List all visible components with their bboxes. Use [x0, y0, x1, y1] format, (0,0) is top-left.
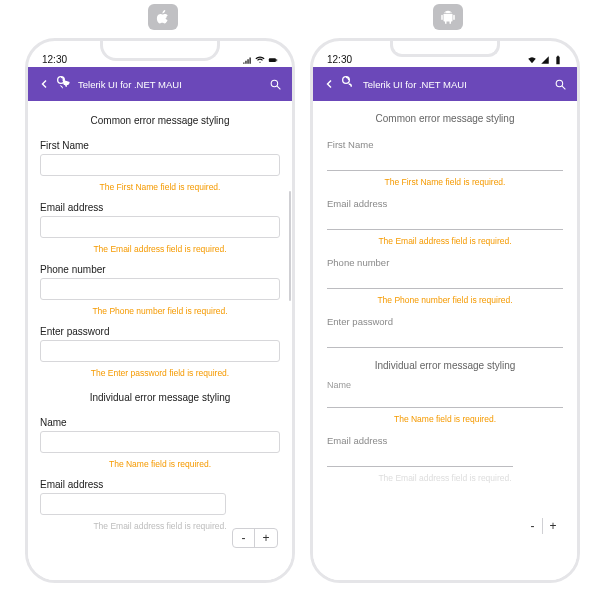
svg-point-6 — [556, 80, 563, 87]
error-email: The Email address field is required. — [40, 238, 280, 258]
android-icon — [439, 8, 457, 26]
apple-icon — [154, 8, 172, 26]
label-phone: Phone number — [40, 260, 280, 278]
error-first-name: The First Name field is required. — [327, 171, 563, 191]
input-first-name[interactable] — [40, 154, 280, 176]
back-button[interactable] — [36, 78, 52, 90]
field-password: Enter password The Enter password field … — [28, 320, 292, 382]
input-name[interactable] — [40, 431, 280, 453]
field-first-name: First Name The First Name field is requi… — [313, 132, 577, 191]
telerik-logo-icon — [341, 75, 359, 93]
input-email[interactable] — [327, 212, 563, 230]
error-phone: The Phone number field is required. — [327, 289, 563, 309]
svg-line-4 — [277, 86, 280, 89]
signal-icon — [540, 55, 550, 65]
input-email[interactable] — [40, 216, 280, 238]
input-phone[interactable] — [327, 271, 563, 289]
input-password[interactable] — [327, 330, 563, 348]
signal-icon — [242, 55, 252, 65]
ios-appbar: Telerik UI for .NET MAUI — [28, 67, 292, 101]
label-password: Enter password — [40, 322, 280, 340]
field-first-name: First Name The First Name field is requi… — [28, 134, 292, 196]
field-email: Email address The Email address field is… — [28, 196, 292, 258]
field-phone: Phone number The Phone number field is r… — [313, 250, 577, 309]
svg-rect-0 — [269, 58, 276, 62]
error-name: The Name field is required. — [327, 408, 563, 428]
search-icon — [554, 78, 567, 91]
android-phone-frame: 12:30 Telerik UI for .NET MAUI Common er… — [310, 38, 580, 583]
fade-overlay — [313, 554, 577, 580]
stepper-minus[interactable]: - — [523, 518, 543, 534]
label-password: Enter password — [327, 312, 563, 330]
input-first-name[interactable] — [327, 153, 563, 171]
error-email2: The Email address field is required. — [327, 467, 563, 487]
chevron-left-icon — [38, 78, 50, 90]
search-icon — [269, 78, 282, 91]
appbar-title: Telerik UI for .NET MAUI — [78, 79, 266, 90]
stepper-plus[interactable]: + — [543, 518, 563, 534]
svg-rect-1 — [276, 59, 277, 61]
input-name[interactable] — [327, 390, 563, 408]
error-email: The Email address field is required. — [327, 230, 563, 250]
ios-phone-frame: 12:30 Telerik UI for .NET MAUI Common er… — [25, 38, 295, 583]
field-name: Name The Name field is required. — [28, 411, 292, 473]
stepper: - + — [232, 528, 278, 548]
label-email2: Email address — [40, 475, 280, 493]
label-first-name: First Name — [327, 135, 563, 153]
android-appbar: Telerik UI for .NET MAUI — [313, 67, 577, 101]
label-name: Name — [327, 378, 563, 390]
android-status-icons — [527, 55, 563, 65]
ios-badge — [148, 4, 178, 30]
back-button[interactable] — [321, 78, 337, 90]
input-phone[interactable] — [40, 278, 280, 300]
field-email2: Email address The Email address field is… — [313, 428, 577, 487]
android-notch — [390, 39, 500, 57]
scrollbar[interactable] — [289, 191, 291, 301]
error-phone: The Phone number field is required. — [40, 300, 280, 320]
ios-notch — [100, 39, 220, 61]
svg-line-7 — [562, 86, 565, 89]
fade-overlay — [28, 554, 292, 580]
chevron-left-icon — [323, 78, 335, 90]
input-email2[interactable] — [327, 449, 513, 467]
error-password: The Enter password field is required. — [40, 362, 280, 382]
label-phone: Phone number — [327, 253, 563, 271]
wifi-icon — [255, 55, 265, 65]
field-phone: Phone number The Phone number field is r… — [28, 258, 292, 320]
section-title-individual: Individual error message styling — [28, 382, 292, 411]
battery-icon — [268, 55, 278, 65]
field-email2: Email address The Email address field is… — [28, 473, 292, 535]
label-first-name: First Name — [40, 136, 280, 154]
field-email: Email address The Email address field is… — [313, 191, 577, 250]
stepper-plus[interactable]: + — [255, 529, 277, 547]
appbar-title: Telerik UI for .NET MAUI — [363, 79, 551, 90]
stepper-minus[interactable]: - — [233, 529, 255, 547]
input-password[interactable] — [40, 340, 280, 362]
battery-icon — [553, 55, 563, 65]
label-email2: Email address — [327, 431, 563, 449]
error-first-name: The First Name field is required. — [40, 176, 280, 196]
field-password: Enter password — [313, 309, 577, 348]
ios-status-icons — [242, 55, 278, 65]
search-button[interactable] — [266, 78, 284, 91]
wifi-icon — [527, 55, 537, 65]
label-email: Email address — [327, 194, 563, 212]
section-title-common: Common error message styling — [28, 105, 292, 134]
search-button[interactable] — [551, 78, 569, 91]
android-content: Common error message styling First Name … — [313, 101, 577, 580]
svg-point-3 — [271, 80, 278, 87]
stepper: - + — [523, 518, 563, 534]
telerik-logo-icon — [56, 75, 74, 93]
ios-content: Common error message styling First Name … — [28, 101, 292, 580]
section-title-common: Common error message styling — [313, 103, 577, 132]
ios-time: 12:30 — [42, 54, 67, 65]
android-badge — [433, 4, 463, 30]
android-time: 12:30 — [327, 54, 352, 65]
label-email: Email address — [40, 198, 280, 216]
error-name: The Name field is required. — [40, 453, 280, 473]
input-email2[interactable] — [40, 493, 226, 515]
section-title-individual: Individual error message styling — [313, 348, 577, 375]
field-name: Name The Name field is required. — [313, 375, 577, 428]
label-name: Name — [40, 413, 280, 431]
